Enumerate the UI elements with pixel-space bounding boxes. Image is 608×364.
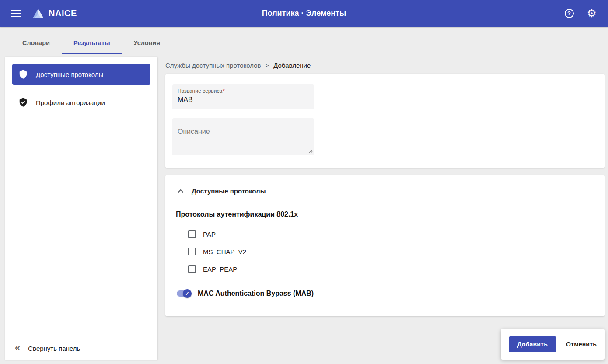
section-header: Доступные протоколы	[176, 187, 594, 195]
sidebar-item-allowed-protocols[interactable]: Доступные протоколы	[12, 64, 150, 85]
checkbox-row-eap-peap[interactable]: EAP_PEAP	[188, 260, 594, 278]
checkbox-label: EAP_PEAP	[203, 266, 237, 273]
brand: NAICE	[32, 8, 77, 19]
description-field	[172, 118, 314, 155]
service-name-label: Название сервиса*	[178, 88, 309, 94]
breadcrumb-parent[interactable]: Службы доступных протоколов	[165, 62, 261, 69]
checkbox-row-ms-chap-v2[interactable]: MS_CHAP_V2	[188, 243, 594, 260]
add-button[interactable]: Добавить	[509, 336, 556, 352]
help-icon[interactable]: ?	[563, 7, 576, 20]
section-title: Доступные протоколы	[192, 187, 266, 195]
description-input[interactable]	[172, 118, 314, 155]
toggle-thumb: ✓	[183, 289, 192, 298]
brand-logo	[32, 8, 44, 19]
chevron-up-icon	[178, 189, 184, 193]
allowed-protocols-card: Доступные протоколы Протоколы аутентифик…	[165, 175, 605, 316]
service-name-label-text: Название сервиса	[178, 88, 222, 94]
toggle-switch[interactable]: ✓	[176, 289, 192, 298]
protocols-subtitle: Протоколы аутентификации 802.1x	[176, 210, 594, 218]
sidebar: Доступные протоколы Профили авторизации …	[5, 57, 157, 360]
toggle-label: MAC Authentication Bypass (MAB)	[198, 290, 314, 298]
service-name-field: Название сервиса*	[172, 84, 314, 109]
checkbox[interactable]	[188, 265, 196, 273]
appbar-actions: ? ⚙	[563, 6, 598, 21]
breadcrumb: Службы доступных протоколов > Добавление	[165, 62, 311, 69]
section-collapse-button[interactable]	[176, 187, 185, 195]
shield-icon	[18, 70, 28, 79]
check-icon: ✓	[185, 291, 189, 296]
cancel-button[interactable]: Отменить	[566, 341, 597, 348]
protocol-checkbox-list: PAP MS_CHAP_V2 EAP_PEAP	[188, 225, 594, 278]
checkbox-label: MS_CHAP_V2	[203, 248, 246, 256]
service-name-input[interactable]	[178, 96, 309, 106]
checkbox-label: PAP	[203, 231, 216, 238]
sidebar-item-label: Профили авторизации	[36, 99, 105, 106]
checkbox[interactable]	[188, 230, 196, 238]
collapse-panel-label: Свернуть панель	[28, 345, 80, 352]
tab-dictionaries[interactable]: Словари	[10, 34, 62, 54]
service-form-card: Название сервиса*	[165, 74, 605, 168]
brand-name: NAICE	[49, 8, 77, 18]
checkbox-row-pap[interactable]: PAP	[188, 225, 594, 243]
gear-icon[interactable]: ⚙	[585, 6, 598, 21]
breadcrumb-separator-icon: >	[265, 62, 269, 69]
tab-bar: Словари Результаты Условия	[10, 34, 172, 54]
tab-conditions[interactable]: Условия	[122, 34, 172, 54]
form-actions: Добавить Отменить	[501, 329, 605, 360]
help-glyph: ?	[565, 9, 574, 18]
resize-handle-icon[interactable]	[308, 148, 313, 153]
hamburger-lines	[11, 10, 21, 17]
double-chevron-left-icon: «	[15, 343, 20, 353]
shield-check-icon	[18, 98, 28, 107]
mab-toggle-row: ✓ MAC Authentication Bypass (MAB)	[176, 289, 594, 298]
checkbox[interactable]	[188, 248, 196, 256]
sidebar-item-label: Доступные протоколы	[36, 71, 103, 78]
required-marker: *	[223, 88, 225, 94]
page-title: Политика · Элементы	[262, 9, 346, 18]
sidebar-item-authorization-profiles[interactable]: Профили авторизации	[12, 92, 150, 113]
tab-results[interactable]: Результаты	[62, 34, 122, 54]
menu-icon[interactable]	[10, 8, 23, 19]
gear-glyph: ⚙	[587, 8, 597, 19]
breadcrumb-current: Добавление	[273, 62, 311, 69]
app-header: NAICE Политика · Элементы ? ⚙	[0, 0, 608, 27]
collapse-panel-button[interactable]: « Свернуть панель	[5, 337, 157, 360]
